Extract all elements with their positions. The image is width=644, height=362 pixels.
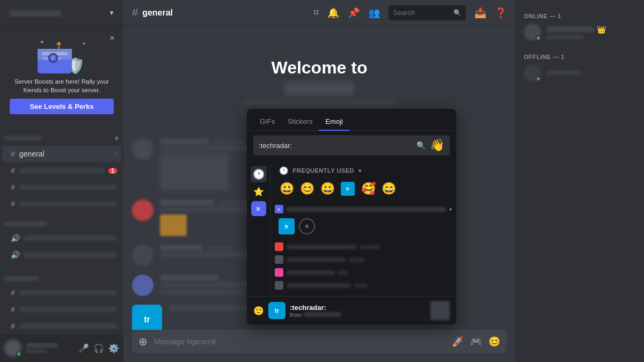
welcome-subtitle bbox=[132, 82, 507, 96]
search-input[interactable] bbox=[393, 9, 453, 17]
emoji-add[interactable]: + bbox=[297, 217, 317, 236]
message-avatar bbox=[132, 245, 153, 266]
server-name bbox=[287, 270, 335, 275]
smiley-icon[interactable]: 🙂 bbox=[253, 306, 264, 316]
frequently-used-label: FREQUENTLY USED bbox=[293, 167, 354, 174]
nitro-gift-icon[interactable]: 🚀 bbox=[452, 336, 464, 348]
channel-title: general bbox=[142, 8, 173, 18]
channel-name bbox=[19, 168, 104, 173]
server-extra bbox=[360, 245, 381, 249]
app: ▼ ✕ ↑ ✓ 🛡️ bbox=[0, 0, 644, 362]
add-channel-icon[interactable]: + bbox=[114, 134, 119, 143]
server-name-blur bbox=[287, 207, 446, 212]
tab-stickers[interactable]: Stickers bbox=[281, 113, 319, 131]
from-label: from bbox=[290, 312, 302, 318]
boost-banner: ✕ ↑ ✓ 🛡️ ✦ ✦ bbox=[4, 31, 119, 120]
notification-icon[interactable]: 🔔 bbox=[327, 7, 339, 19]
message-input[interactable] bbox=[154, 337, 452, 346]
emoji-grinning-sweat[interactable]: 😄 bbox=[379, 179, 398, 198]
hash-icon: # bbox=[11, 289, 15, 297]
see-levels-button[interactable]: See Levels & Perks bbox=[10, 99, 114, 114]
channel-item-6[interactable]: # bbox=[2, 285, 121, 301]
server-icon bbox=[275, 242, 283, 251]
server-icon bbox=[275, 268, 283, 277]
hash-icon: # bbox=[11, 200, 15, 208]
message-time bbox=[218, 201, 247, 205]
search-bar[interactable]: 🔍 bbox=[389, 5, 466, 20]
mic-icon[interactable]: 🎤 bbox=[78, 343, 89, 353]
emoji-search-bar: 🔍 👋 bbox=[253, 135, 450, 156]
emoji-picker-tabs: GIFs Stickers Emoji bbox=[247, 109, 456, 131]
help-icon[interactable]: ❓ bbox=[495, 7, 507, 19]
emoji-heart-eyes[interactable]: 🥰 bbox=[358, 179, 378, 198]
emoji-preview-row: 🙂 tr :techradar: from bbox=[247, 296, 456, 324]
server-emoji-icon[interactable]: tr bbox=[251, 201, 266, 216]
settings-icon[interactable]: ⚙️ bbox=[108, 343, 119, 353]
user-info bbox=[26, 343, 74, 353]
server-name bbox=[287, 257, 346, 262]
channel-item-4[interactable]: 🔊 bbox=[2, 230, 121, 246]
members-icon[interactable]: 👥 bbox=[368, 7, 380, 19]
member-role bbox=[546, 35, 584, 40]
channel-name bbox=[19, 184, 117, 190]
channel-name bbox=[24, 235, 117, 241]
member-item-offline[interactable] bbox=[519, 62, 640, 84]
emoji-icon[interactable]: 😊 bbox=[488, 336, 500, 348]
online-header: ONLINE — 1 bbox=[519, 9, 640, 21]
star-icon[interactable]: ⭐ bbox=[251, 184, 266, 199]
emoji-grinning[interactable]: 😀 bbox=[277, 179, 296, 198]
inbox-icon[interactable]: 📥 bbox=[474, 7, 486, 19]
message-text bbox=[160, 289, 246, 295]
server-icon bbox=[275, 281, 283, 290]
emoji-search-input[interactable] bbox=[259, 142, 412, 150]
server-icon bbox=[275, 255, 283, 264]
emoji-grin[interactable]: 😀 bbox=[318, 179, 337, 198]
category-label bbox=[4, 276, 39, 282]
threads-icon[interactable]: ⌗ bbox=[313, 7, 319, 18]
channel-item-7[interactable]: # bbox=[2, 301, 121, 317]
member-info bbox=[546, 70, 635, 76]
emoji-smile[interactable]: 😊 bbox=[297, 179, 317, 198]
recent-icon[interactable]: 🕐 bbox=[251, 166, 267, 182]
emoji-content: 🕐 ⭐ tr 🕐 FREQUENTLY USED ▾ 😀 bbox=[247, 160, 456, 296]
channel-name bbox=[19, 307, 117, 312]
headphone-icon[interactable]: 🎧 bbox=[93, 343, 104, 353]
channel-name bbox=[19, 290, 117, 295]
preview-image bbox=[430, 301, 450, 320]
tab-emoji[interactable]: Emoji bbox=[319, 113, 349, 131]
emoji-tr-custom[interactable]: tr bbox=[338, 179, 357, 198]
chevron-down-icon[interactable]: ▾ bbox=[358, 168, 362, 174]
header-actions: ⌗ 🔔 📌 👥 🔍 📥 ❓ bbox=[313, 5, 507, 20]
wave-emoji[interactable]: 👋 bbox=[430, 138, 444, 152]
server-icon-small: tr bbox=[275, 205, 283, 213]
channel-item-8[interactable]: # bbox=[2, 318, 121, 334]
sidebar: ▼ ✕ ↑ ✓ 🛡️ bbox=[0, 0, 123, 362]
channel-item-1[interactable]: # 1 bbox=[2, 162, 121, 179]
channel-name-general: general bbox=[19, 150, 109, 158]
user-controls: 🎤 🎧 ⚙️ bbox=[78, 343, 119, 353]
server-header[interactable]: ▼ bbox=[0, 0, 123, 26]
chevron-down-icon[interactable]: ▾ bbox=[449, 206, 452, 212]
add-attachment-icon[interactable]: ⊕ bbox=[138, 335, 148, 348]
member-name-row: 👑 bbox=[546, 25, 635, 34]
offline-header: OFFLINE — 1 bbox=[519, 49, 640, 62]
embed-image bbox=[160, 215, 187, 236]
emoji-tr[interactable]: tr bbox=[277, 217, 296, 236]
member-list: ONLINE — 1 👑 OFFLINE — 1 bbox=[515, 0, 644, 362]
close-icon[interactable]: ✕ bbox=[109, 34, 115, 42]
channel-item-2[interactable]: # bbox=[2, 179, 121, 195]
channel-item-general[interactable]: # general bbox=[2, 146, 121, 162]
user-discriminator bbox=[26, 349, 47, 353]
main-content: # general ⌗ 🔔 📌 👥 🔍 📥 ❓ Welcome to bbox=[123, 0, 515, 362]
pin-icon[interactable]: 📌 bbox=[348, 7, 360, 19]
server-row-1 bbox=[275, 241, 452, 252]
message-author bbox=[160, 275, 219, 280]
channel-item-5[interactable]: 🔊 bbox=[2, 247, 121, 263]
member-item-online[interactable]: 👑 bbox=[519, 21, 640, 43]
tab-gifs[interactable]: GIFs bbox=[253, 113, 281, 131]
server-row-3 bbox=[275, 267, 452, 278]
channel-item-3[interactable]: # bbox=[2, 196, 121, 212]
activity-icon[interactable]: 🎮 bbox=[470, 336, 482, 348]
hash-icon: # bbox=[11, 166, 15, 175]
hash-icon: # bbox=[11, 183, 15, 191]
